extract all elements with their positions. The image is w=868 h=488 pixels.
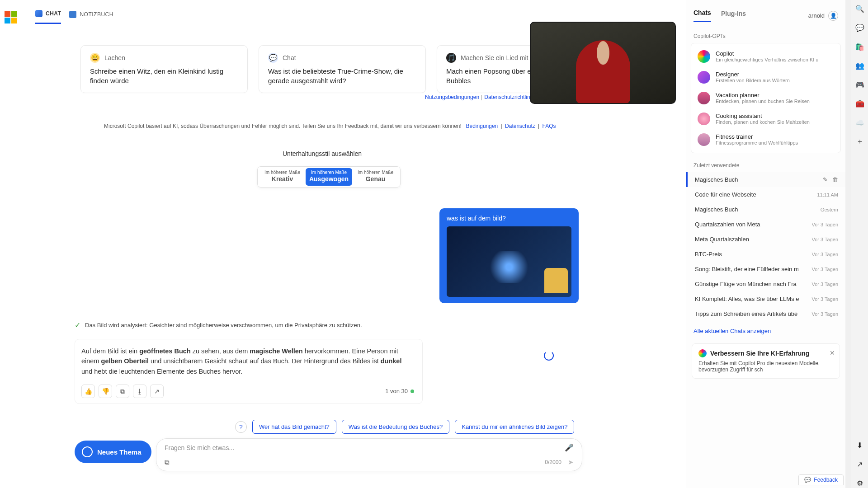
copilot-icon	[698, 349, 707, 357]
microphone-icon[interactable]: 🎤	[565, 443, 574, 452]
tab-notebook[interactable]: NOTIZBUCH	[69, 11, 113, 23]
search-icon[interactable]: 🔍	[855, 4, 865, 14]
download-button[interactable]: ⭳	[133, 385, 146, 398]
recent-chat-item[interactable]: Meta QuartalszahlenVor 3 Tagen	[686, 232, 845, 247]
user-uploaded-image[interactable]	[447, 226, 571, 297]
recent-chat-item[interactable]: Tipps zum Schreiben eines Artikels übeVo…	[686, 306, 845, 321]
suitcase-icon	[698, 92, 710, 104]
privacy-link[interactable]: Datenschutzrichtlinie	[484, 94, 534, 100]
recent-list: Magisches Buch✎🗑 Code für eine Webseite1…	[686, 172, 845, 321]
card-terms-row: Nutzungsbedingungen|Datenschutzrichtlini…	[425, 94, 534, 100]
followup-button[interactable]: Kannst du mir ein ähnliches Bild zeigen?	[455, 420, 574, 434]
share-button[interactable]: ↗	[150, 385, 164, 398]
promo-title: Verbessern Sie Ihre KI-Erfahrung	[710, 350, 809, 357]
card-body: Schreibe einen Witz, den ein Kleinkind l…	[90, 66, 238, 85]
recent-chat-item[interactable]: KI Komplett: Alles, was Sie über LLMs eV…	[686, 291, 845, 306]
answer-action-bar: 👍 👎 ⧉ ⭳ ↗ 1 von 30	[81, 385, 414, 398]
delete-icon[interactable]: 🗑	[832, 176, 838, 183]
new-topic-label: Neues Thema	[97, 448, 142, 456]
style-precise-button[interactable]: Im höheren MaßeGenau	[352, 168, 399, 186]
gpts-heading: Copilot-GPTs	[686, 22, 845, 43]
status-dot-icon	[410, 389, 414, 393]
gpt-item-copilot[interactable]: CopilotEin gleichgewichtiges Verhältnis …	[691, 46, 840, 67]
loading-spinner-icon	[544, 351, 554, 361]
card-head: Chat	[283, 54, 296, 61]
copilot-icon	[698, 50, 710, 63]
vertical-scrollbar[interactable]	[845, 0, 851, 488]
checkmark-icon: ✓	[75, 321, 80, 329]
suggestion-card[interactable]: 💬Chat Was ist die beliebteste True-Crime…	[259, 45, 426, 93]
cloud-icon[interactable]: ☁️	[855, 117, 865, 127]
gpt-list: CopilotEin gleichgewichtiges Verhältnis …	[691, 43, 841, 153]
add-icon[interactable]: ＋	[855, 136, 865, 146]
style-segmented-control: Im höheren MaßeKreativ Im höheren MaßeAu…	[257, 166, 401, 188]
tab-chat[interactable]: CHAT	[35, 10, 61, 24]
analysis-text: Das Bild wird analysiert: Gesichter sind…	[85, 322, 362, 328]
feedback-icon: 💬	[804, 477, 811, 483]
thumbs-up-button[interactable]: 👍	[81, 385, 95, 398]
recent-chat-item[interactable]: Song: Bleistift, der eine Füllfeder sein…	[686, 262, 845, 277]
donut-icon	[698, 113, 710, 125]
popout-icon[interactable]: ↗	[855, 459, 865, 469]
gpt-item-cooking[interactable]: Cooking assistantFinden, planen und koch…	[691, 108, 840, 129]
new-topic-button[interactable]: Neues Thema	[75, 441, 151, 463]
suggestion-card[interactable]: 😄Lachen Schreibe einen Witz, den ein Kle…	[80, 45, 248, 93]
download-icon[interactable]: ⬇	[855, 440, 865, 450]
laugh-icon: 😄	[90, 53, 100, 63]
gpt-item-vacation[interactable]: Vacation plannerEntdecken, planen und bu…	[691, 88, 840, 108]
assistant-answer: Auf dem Bild ist ein geöffnetes Buch zu …	[75, 339, 423, 404]
music-icon: 🎵	[446, 53, 456, 63]
gpt-item-fitness[interactable]: Fitness trainerFitnessprogramme und Wohl…	[691, 129, 840, 150]
gpt-item-designer[interactable]: DesignerErstellen von Bildern aus Wörter…	[691, 67, 840, 88]
followup-button[interactable]: Was ist die Bedeutung des Buches?	[342, 420, 449, 434]
chat-bubble-icon: 💬	[268, 53, 278, 63]
copilot-pro-promo[interactable]: Verbessern Sie Ihre KI-Erfahrung ✕ Erhal…	[692, 343, 840, 379]
copy-button[interactable]: ⧉	[116, 385, 129, 398]
faq-link[interactable]: FAQs	[542, 123, 556, 129]
show-all-chats-link[interactable]: Alle aktuellen Chats anzeigen	[686, 321, 845, 341]
user-info[interactable]: arnold 👤	[808, 11, 838, 21]
style-heading: Unterhaltungsstil auswählen	[283, 150, 362, 157]
feedback-label: Feedback	[814, 477, 838, 483]
right-panel: Chats Plug-Ins arnold 👤 Copilot-GPTs Cop…	[686, 0, 845, 488]
edit-icon[interactable]: ✎	[823, 176, 828, 183]
recent-chat-item[interactable]: Günstige Flüge von München nach FraVor 3…	[686, 277, 845, 291]
image-upload-icon[interactable]: ⧉	[165, 458, 170, 466]
followup-button[interactable]: Wer hat das Bild gemacht?	[252, 420, 336, 434]
privacy-link[interactable]: Datenschutz	[505, 123, 535, 129]
card-head: Lachen	[104, 54, 125, 61]
recent-chat-item[interactable]: Magisches Buch✎🗑	[686, 172, 845, 187]
people-icon[interactable]: 👥	[855, 61, 865, 70]
shopping-icon[interactable]: 🛍️	[855, 42, 865, 52]
avatar-icon: 👤	[828, 11, 838, 21]
webcam-pip[interactable]	[530, 22, 676, 104]
disclaimer-body: Microsoft Copilot basiert auf KI, sodass…	[104, 123, 462, 129]
rp-tab-chats[interactable]: Chats	[693, 9, 711, 22]
settings-icon[interactable]: ⚙	[855, 478, 865, 488]
terms-link[interactable]: Nutzungsbedingungen	[425, 94, 479, 100]
style-balanced-button[interactable]: Im höheren MaßeAusgewogen	[306, 168, 352, 186]
chat-icon[interactable]: 💬	[855, 23, 865, 33]
card-body: Was ist die beliebteste True-Crime-Show,…	[268, 66, 416, 85]
thumbs-down-button[interactable]: 👎	[99, 385, 112, 398]
tools-icon[interactable]: 🧰	[855, 99, 865, 108]
recent-chat-item[interactable]: Code für eine Webseite11:11 AM	[686, 187, 845, 202]
recent-chat-item[interactable]: Quartalszahlen von MetaVor 3 Tagen	[686, 217, 845, 232]
rp-tab-plugins[interactable]: Plug-Ins	[721, 10, 746, 22]
message-input[interactable]	[165, 444, 565, 451]
recent-chat-item[interactable]: Magisches BuchGestern	[686, 202, 845, 217]
char-counter: 0/2000	[545, 459, 561, 465]
style-creative-button[interactable]: Im höheren MaßeKreativ	[259, 168, 306, 186]
send-icon[interactable]: ➤	[568, 458, 574, 466]
top-tab-bar: CHAT NOTIZBUCH	[5, 10, 113, 24]
user-question-text: was ist auf dem bild?	[447, 215, 571, 222]
recent-chat-item[interactable]: BTC-PreisVor 3 Tagen	[686, 247, 845, 262]
microsoft-logo	[5, 11, 17, 23]
new-topic-icon	[82, 446, 93, 457]
close-icon[interactable]: ✕	[830, 349, 835, 357]
user-message-bubble: was ist auf dem bild?	[439, 208, 579, 303]
feedback-button[interactable]: 💬 Feedback	[798, 474, 844, 485]
dumbbell-icon	[698, 133, 710, 146]
terms-link[interactable]: Bedingungen	[466, 123, 498, 129]
game-icon[interactable]: 🎮	[855, 80, 865, 89]
